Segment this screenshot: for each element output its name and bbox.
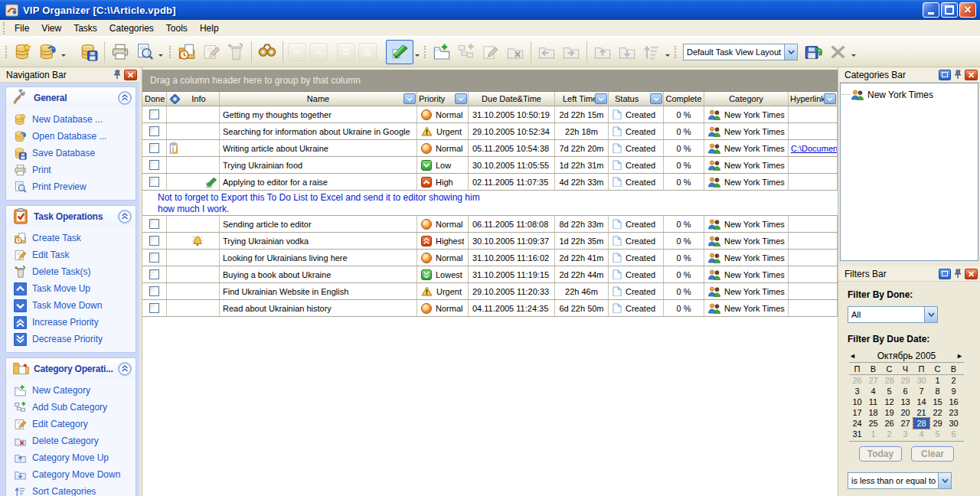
nav-item-print[interactable]: Print — [14, 162, 134, 178]
group-by-bar[interactable]: Drag a column header here to group by th… — [142, 70, 838, 92]
delete-category-button[interactable] — [503, 40, 528, 64]
task-name[interactable]: Trying Ukrainian vodka — [220, 233, 417, 249]
task-row[interactable]: Applying to editor for a raiseHigh02.11.… — [142, 174, 838, 191]
task-row[interactable]: Writing article about UkraineNormal05.11… — [142, 140, 838, 157]
calendar-day[interactable]: 27 — [865, 375, 881, 386]
nav-item-delete-category[interactable]: Delete Category — [14, 432, 134, 449]
hyperlink-filter-button[interactable] — [824, 93, 836, 104]
status-filter-button[interactable] — [650, 93, 662, 104]
minimize-button[interactable] — [923, 2, 939, 18]
nav-item-task-move-up[interactable]: Task Move Up — [14, 280, 134, 297]
filter-done-arrow-icon[interactable] — [924, 307, 937, 322]
create-task-button[interactable] — [175, 40, 199, 64]
task-hyperlink[interactable]: C:\Documen — [789, 140, 838, 156]
done-checkbox[interactable] — [149, 303, 159, 313]
clear-button[interactable]: Clear — [911, 446, 954, 462]
calendar-day[interactable]: 16 — [946, 396, 962, 407]
calendar-day[interactable]: 26 — [881, 418, 897, 429]
new-category-button[interactable] — [430, 40, 454, 64]
calendar-day[interactable]: 5 — [929, 429, 946, 439]
menu-tasks[interactable]: Tasks — [67, 21, 103, 37]
task-view-dropdown[interactable] — [413, 41, 421, 64]
task-row[interactable]: Trying Ukrainian foodLow30.10.2005 11:05… — [142, 157, 838, 174]
nav-item-new-category[interactable]: New Category — [14, 382, 134, 399]
done-checkbox[interactable] — [149, 177, 159, 187]
calendar-day[interactable]: 27 — [897, 418, 913, 429]
calendar-day[interactable]: 21 — [913, 407, 929, 418]
task-row[interactable]: Looking for Ukrainians living hereNormal… — [142, 250, 838, 266]
calendar-day[interactable]: 13 — [897, 396, 913, 407]
calendar-day[interactable]: 30 — [946, 418, 962, 429]
menu-help[interactable]: Help — [194, 21, 225, 37]
calendar-day[interactable]: 30 — [913, 375, 929, 386]
task-move-up-button[interactable] — [309, 43, 328, 61]
calendar-day[interactable]: 4 — [865, 386, 881, 396]
task-row[interactable]: Sending article to editorNormal06.11.200… — [142, 216, 838, 233]
name-filter-button[interactable] — [403, 93, 416, 104]
edit-task-button[interactable] — [199, 40, 224, 64]
calendar-day[interactable]: 15 — [929, 396, 946, 407]
category-move-up-button[interactable] — [590, 40, 615, 64]
print-button[interactable] — [108, 40, 132, 64]
calendar-day[interactable]: 11 — [865, 396, 881, 407]
calendar-day[interactable]: 28 — [881, 375, 897, 386]
categories-close-icon[interactable]: ✕ — [965, 70, 978, 80]
calendar-day[interactable]: 9 — [946, 386, 962, 396]
column-header-due[interactable]: Due Date&Time — [469, 92, 555, 106]
categories-dock-icon[interactable] — [939, 70, 951, 80]
calendar-day[interactable]: 3 — [849, 386, 865, 396]
column-header-hyperlink[interactable]: Hyperlink — [789, 92, 838, 106]
nav-item-create-task[interactable]: Create Task — [14, 230, 134, 246]
nav-item-decrease-priority[interactable]: Decrease Priority — [14, 331, 134, 348]
nav-item-increase-priority[interactable]: Increase Priority — [14, 314, 134, 331]
print-preview-dropdown[interactable] — [157, 41, 165, 64]
nav-item-add-sub-category[interactable]: Add Sub Category — [14, 399, 134, 416]
pin-icon[interactable] — [113, 70, 122, 80]
nav-item-task-move-down[interactable]: Task Move Down — [14, 297, 134, 314]
column-header-name[interactable]: Name — [220, 92, 417, 106]
calendar-day[interactable]: 14 — [913, 396, 929, 407]
calendar-day[interactable]: 22 — [929, 407, 946, 418]
calendar-day[interactable]: 23 — [946, 407, 962, 418]
nav-item-print-preview[interactable]: Print Preview — [14, 178, 134, 195]
add-sub-category-button[interactable] — [454, 40, 479, 64]
collapse-icon[interactable] — [118, 91, 132, 105]
print-preview-button[interactable] — [132, 40, 157, 64]
task-row[interactable]: Read about Ukrainian historyNormal04.11.… — [142, 300, 838, 317]
calendar-day[interactable]: 1 — [865, 429, 881, 439]
edit-category-button[interactable] — [479, 40, 503, 64]
nav-group-header[interactable]: Task Operations — [6, 206, 136, 227]
nav-item-open-database[interactable]: Open Database ... — [14, 128, 134, 145]
column-header-status[interactable]: Status — [609, 92, 664, 106]
done-checkbox[interactable] — [149, 269, 159, 279]
calendar-day[interactable]: 19 — [881, 407, 897, 418]
menu-categories[interactable]: Categories — [103, 21, 160, 37]
calendar-day[interactable]: 20 — [897, 407, 913, 418]
layout-toolbar-dropdown[interactable] — [850, 41, 858, 64]
nav-item-save-database[interactable]: Save Database — [14, 145, 134, 162]
calendar-day[interactable]: 24 — [849, 418, 865, 429]
task-row[interactable]: Searching for information about Ukraine … — [142, 123, 838, 140]
close-button[interactable]: × — [959, 2, 976, 18]
task-name[interactable]: Buying a book about Ukraine — [220, 266, 417, 282]
done-checkbox[interactable] — [149, 143, 159, 153]
calendar-day[interactable]: 25 — [865, 418, 881, 429]
task-name[interactable]: Trying Ukrainian food — [220, 157, 417, 173]
menu-file[interactable]: File — [8, 21, 35, 37]
nav-item-sort-categories[interactable]: Sort Categories — [14, 483, 134, 496]
menu-view[interactable]: View — [35, 21, 67, 37]
task-name[interactable]: Looking for Ukrainians living here — [220, 250, 417, 266]
calendar-day[interactable]: 18 — [865, 407, 881, 418]
calendar-day[interactable]: 2 — [946, 375, 962, 386]
done-checkbox[interactable] — [149, 253, 159, 263]
calendar-day[interactable]: 2 — [881, 429, 897, 439]
task-row[interactable]: Buying a book about UkraineLowest31.10.2… — [142, 266, 838, 283]
task-row[interactable]: Trying Ukrainian vodkaHighest30.10.2005 … — [142, 233, 838, 250]
nav-item-category-move-up[interactable]: Category Move Up — [14, 449, 134, 466]
column-header-lefttime[interactable]: Left Time — [555, 92, 609, 106]
calendar-day[interactable]: 26 — [849, 375, 865, 386]
categories-pin-icon[interactable] — [953, 70, 962, 80]
priority-filter-button[interactable] — [455, 93, 467, 104]
task-name[interactable]: Find Ukrainian Website in English — [220, 283, 417, 299]
done-checkbox[interactable] — [149, 236, 159, 246]
